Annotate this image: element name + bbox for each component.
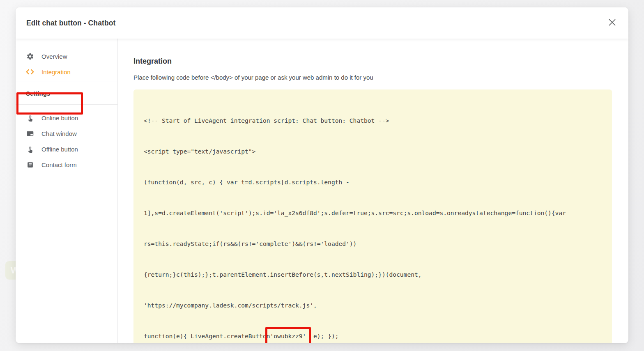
modal-title: Edit chat button - Chatbot	[26, 19, 115, 28]
sidebar-item-label: Overview	[41, 53, 67, 60]
sidebar: Overview Integration Settings Online but…	[16, 39, 118, 343]
code-line: 1],s=d.createElement('script');s.id='la_…	[144, 208, 602, 218]
code-text: function(e){ LiveAgent.createButton	[144, 333, 270, 340]
code-line: <script type="text/javascript">	[144, 146, 602, 156]
form-icon	[26, 161, 34, 169]
red-annotation-box-button-id: 'owubkzz9'	[267, 329, 309, 343]
sidebar-item-label: Chat window	[41, 130, 77, 137]
code-icon	[26, 68, 34, 76]
sidebar-item-label: Online button	[41, 115, 78, 122]
code-line: <!-- Start of LiveAgent integration scri…	[144, 115, 602, 126]
integration-panel: Integration Place following code before …	[118, 39, 628, 343]
sidebar-divider	[16, 104, 117, 105]
settings-section-label: Settings	[16, 84, 117, 102]
sidebar-item-online-button[interactable]: Online button	[16, 110, 117, 126]
touch-hand-icon	[26, 145, 34, 153]
sidebar-item-overview[interactable]: Overview	[16, 48, 117, 64]
modal-header: Edit chat button - Chatbot	[16, 7, 628, 39]
touch-hand-icon	[26, 114, 34, 122]
edit-chat-button-modal: Edit chat button - Chatbot Overview Inte…	[16, 7, 628, 343]
sidebar-item-integration[interactable]: Integration	[16, 64, 117, 80]
sidebar-item-label: Integration	[41, 69, 71, 76]
code-line: 'https://mycompany.ladesk.com/scripts/tr…	[144, 300, 602, 310]
window-icon	[26, 129, 34, 138]
sidebar-item-chat-window[interactable]: Chat window	[16, 126, 117, 141]
code-line-button-id: function(e){ LiveAgent.createButton'owub…	[144, 331, 602, 341]
sidebar-item-label: Offline button	[41, 146, 78, 153]
close-icon	[608, 18, 616, 28]
sidebar-item-offline-button[interactable]: Offline button	[16, 141, 117, 157]
code-line: rs=this.readyState;if(rs&&(rs!='complete…	[144, 239, 602, 249]
integration-code-block: <!-- Start of LiveAgent integration scri…	[133, 89, 612, 343]
sidebar-item-contact-form[interactable]: Contact form	[16, 157, 117, 172]
page-title: Integration	[133, 57, 612, 66]
instruction-text: Place following code before </body> of y…	[133, 74, 612, 81]
code-text: e); });	[306, 333, 338, 340]
code-line: (function(d, src, c) { var t=d.scripts[d…	[144, 177, 602, 187]
modal-body: Overview Integration Settings Online but…	[16, 39, 628, 343]
close-button[interactable]	[605, 16, 619, 30]
code-line: {return;}c(this);};t.parentElement.inser…	[144, 269, 602, 280]
sidebar-divider	[16, 82, 117, 82]
gear-icon	[26, 52, 34, 60]
sidebar-item-label: Contact form	[41, 161, 77, 168]
